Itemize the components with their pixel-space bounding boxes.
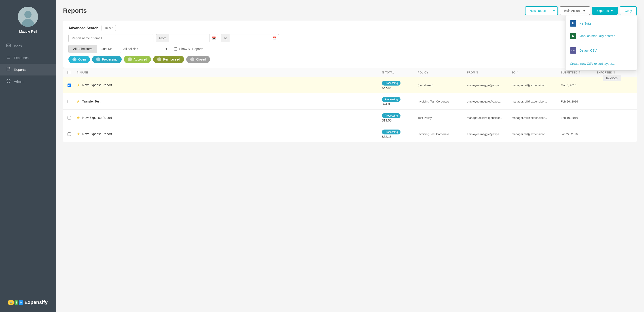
- filter-processing[interactable]: ✓ Processing: [92, 56, 122, 63]
- th-checkbox: [68, 71, 76, 74]
- from-label: From: [156, 34, 169, 42]
- policy-dropdown[interactable]: All policies: [123, 47, 163, 51]
- th-submitted[interactable]: SUBMITTED ⇅: [561, 71, 596, 74]
- approved-label: Approved: [134, 58, 147, 61]
- th-total[interactable]: ⇅ TOTAL: [382, 71, 418, 74]
- row-policy-0: (not shared): [418, 84, 467, 87]
- sidebar-item-expenses[interactable]: Expenses: [0, 52, 56, 64]
- sidebar-item-label-admin: Admin: [14, 80, 24, 83]
- show-zero-checkbox[interactable]: [174, 47, 177, 51]
- bulk-actions-button[interactable]: Bulk Actions ▼: [560, 6, 590, 15]
- sidebar-item-inbox[interactable]: Inbox: [0, 40, 56, 52]
- th-to[interactable]: TO ⇅: [512, 71, 561, 74]
- csv-icon: CSV: [570, 47, 576, 54]
- sort-icon-submitted: ⇅: [578, 71, 581, 74]
- row-submitted-0: Mar 3, 2016: [561, 84, 596, 87]
- row-to-0: manager.reil@expensicor...: [512, 84, 561, 87]
- shield-icon: [6, 79, 11, 84]
- to-date-wrap: To 📅: [221, 34, 279, 42]
- row-to-1: manager.reil@expensicor...: [512, 100, 561, 103]
- open-label: Open: [78, 58, 86, 61]
- row-star-1[interactable]: ★: [76, 99, 80, 104]
- manually-icon: N: [570, 33, 576, 39]
- reports-table: ⇅ NAME ⇅ TOTAL POLICY FROM ⇅ TO ⇅ SUBMIT…: [63, 68, 637, 142]
- row-select-checkbox-2[interactable]: [68, 116, 71, 120]
- filter-reimbursed[interactable]: ✓ Reimbursed: [153, 56, 184, 63]
- manually-label: Mark as manually entered: [580, 34, 616, 38]
- row-from-0: employee.maggie@expe...: [467, 84, 512, 87]
- table-row: ★ Transfer Test Processing $24.00 Invoic…: [63, 93, 637, 110]
- row-status-total-3: Processing $52.13: [382, 130, 418, 139]
- sort-icon-total: ⇅: [382, 71, 384, 74]
- export-to-button[interactable]: Export to ▼: [592, 7, 618, 15]
- row-select-checkbox-1[interactable]: [68, 100, 71, 103]
- page-title: Reports: [63, 7, 87, 14]
- list-icon: [6, 55, 11, 60]
- row-total-1: $24.00: [382, 102, 418, 106]
- svg-point-1: [24, 11, 32, 18]
- row-from-2: manager.reil@expensicor...: [467, 116, 512, 120]
- invoices-tab[interactable]: Invoices: [603, 75, 621, 81]
- new-report-button[interactable]: New Report: [526, 7, 550, 15]
- table-row: ★ New Expense Report Processing $19.00 T…: [63, 110, 637, 126]
- policy-chevron: ▼: [165, 47, 168, 51]
- filter-closed[interactable]: ✓ Closed: [186, 56, 210, 63]
- new-report-dropdown-arrow[interactable]: ▼: [550, 7, 558, 15]
- reimbursed-label: Reimbursed: [163, 58, 180, 61]
- select-all-checkbox[interactable]: [68, 71, 71, 74]
- closed-check: ✓: [190, 57, 194, 61]
- to-calendar-icon[interactable]: 📅: [270, 34, 278, 42]
- row-star-2[interactable]: ★: [76, 115, 80, 120]
- processing-check: ✓: [96, 57, 100, 61]
- row-policy-1: Invoicing Test Corporate: [418, 100, 467, 103]
- row-name-cell-1: ★ Transfer Test: [76, 99, 382, 104]
- row-select-checkbox-0[interactable]: [68, 84, 71, 87]
- sort-icon-name: ⇅: [76, 71, 79, 74]
- sidebar-item-admin[interactable]: Admin: [0, 75, 56, 87]
- row-name-2: New Expense Report: [82, 116, 112, 120]
- th-exported[interactable]: EXPORTED ⇅: [596, 71, 632, 74]
- dropdown-item-manually[interactable]: N Mark as manually entered: [566, 30, 636, 42]
- from-date-input[interactable]: [169, 34, 210, 42]
- status-badge-2: Processing: [382, 113, 400, 118]
- expensify-logo: Expensify: [24, 300, 48, 305]
- sidebar-item-reports[interactable]: Reports: [0, 64, 56, 75]
- new-report-split-group: New Report ▼: [525, 6, 558, 15]
- row-total-0: $57.48: [382, 86, 418, 90]
- taxi-icon: 🚕: [8, 300, 14, 305]
- search-input[interactable]: [68, 34, 154, 42]
- csv-label: Default CSV: [580, 49, 596, 52]
- row-checkbox-2: [68, 116, 76, 120]
- filter-approved[interactable]: ✓ Approved: [124, 56, 151, 63]
- row-total-2: $19.00: [382, 119, 418, 122]
- filter-open[interactable]: ✓ Open: [68, 56, 90, 63]
- user-name: Maggie Reil: [19, 29, 37, 33]
- row-select-checkbox-3[interactable]: [68, 133, 71, 136]
- th-policy[interactable]: POLICY: [418, 71, 467, 74]
- all-submitters-button[interactable]: All Submitters: [69, 45, 97, 53]
- table-body: ★ New Expense Report Processing $57.48 (…: [63, 77, 637, 142]
- row-name-cell-2: ★ New Expense Report: [76, 115, 382, 120]
- create-csv-layout-link[interactable]: Create new CSV export layout...: [566, 59, 636, 69]
- reset-button[interactable]: Reset: [102, 25, 116, 31]
- dropdown-item-netsuite[interactable]: N NetSuite: [566, 17, 636, 30]
- th-from[interactable]: FROM ⇅: [467, 71, 512, 74]
- netsuite-icon: N: [570, 20, 576, 26]
- th-name[interactable]: ⇅ NAME: [76, 71, 382, 74]
- avatar: [18, 7, 38, 27]
- dropdown-item-csv[interactable]: CSV Default CSV: [566, 44, 636, 57]
- policy-select[interactable]: All policies ▼: [120, 45, 171, 53]
- row-star-0[interactable]: ★: [76, 83, 80, 88]
- inbox-icon: [6, 43, 11, 49]
- just-me-button[interactable]: Just Me: [97, 45, 117, 53]
- row-status-total-0: Processing $57.48: [382, 81, 418, 90]
- row-name-cell-0: ★ New Expense Report: [76, 83, 382, 88]
- search-header: Advanced Search Reset: [68, 25, 632, 31]
- sidebar-item-label-inbox: Inbox: [14, 44, 22, 48]
- row-star-3[interactable]: ★: [76, 132, 80, 137]
- from-calendar-icon[interactable]: 📅: [210, 34, 218, 42]
- row-name-0: New Expense Report: [82, 83, 112, 87]
- copy-button[interactable]: Copy: [620, 6, 637, 15]
- to-date-input[interactable]: [230, 34, 270, 42]
- row-from-3: employee.maggie@expe...: [467, 133, 512, 136]
